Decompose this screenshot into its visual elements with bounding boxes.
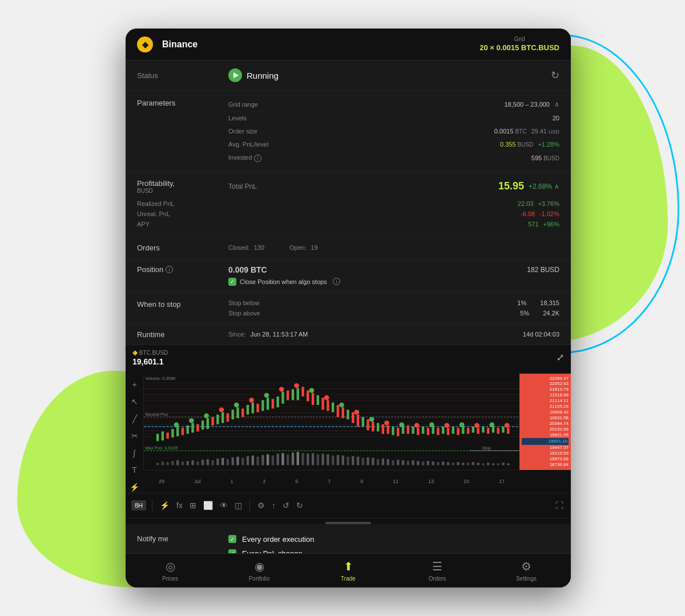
eye-icon[interactable]: 👁	[218, 499, 229, 512]
chevron-up-icon[interactable]: ∧	[554, 100, 559, 108]
text-tool-icon[interactable]: T	[130, 464, 139, 476]
fullscreen-icon[interactable]: ⛶	[554, 499, 565, 512]
svg-rect-43	[247, 404, 249, 414]
nav-trade[interactable]: ⬆ Trade	[304, 554, 393, 587]
stop-top: When to stop Stop below 1% 18,315 Stop a…	[137, 298, 559, 318]
crosshair-tool-icon[interactable]: +	[130, 378, 138, 391]
nav-orders[interactable]: ☰ Orders	[393, 554, 482, 587]
svg-rect-144	[281, 453, 284, 465]
chart-symbol: ◆ BTC.BUSD	[132, 348, 168, 356]
stop-rows: Stop below 1% 18,315 Stop above 5% 24.2K	[228, 298, 559, 318]
redo-icon[interactable]: ↻	[295, 499, 305, 512]
runtime-duration: 14d 02:04:03	[523, 331, 559, 338]
scrollbar-thumb[interactable]	[325, 522, 371, 524]
svg-rect-147	[297, 452, 299, 465]
curve-tool-icon[interactable]: ∫	[132, 447, 138, 459]
play-icon	[228, 68, 242, 82]
svg-rect-77	[417, 428, 419, 435]
svg-rect-73	[397, 428, 399, 436]
refresh-icon[interactable]: ↻	[551, 69, 559, 82]
nav-prices[interactable]: ◎ Prices	[126, 554, 215, 587]
parameters-section: Parameters Grid range 18,500 – 23,000 ∧ …	[126, 91, 571, 172]
svg-rect-51	[287, 390, 289, 400]
indicators-icon[interactable]: ⚡	[158, 499, 171, 512]
svg-rect-138	[252, 455, 254, 465]
crosshair-icon[interactable]: ⊞	[188, 499, 198, 512]
scissors-tool-icon[interactable]: ✂	[130, 429, 140, 442]
svg-rect-170	[412, 460, 414, 465]
line-tool-icon[interactable]: ╱	[131, 412, 139, 425]
svg-point-98	[204, 413, 209, 418]
main-content: Status Running ↻ Parameters Grid range 1…	[126, 60, 571, 553]
svg-rect-128	[202, 460, 204, 465]
svg-rect-26	[162, 431, 164, 440]
notify-order-execution-checkbox[interactable]: ✓	[228, 535, 236, 543]
svg-rect-125	[187, 461, 189, 465]
svg-rect-54	[301, 387, 304, 396]
svg-point-115	[460, 422, 465, 427]
svg-rect-93	[497, 428, 499, 434]
svg-rect-25	[156, 433, 159, 441]
svg-rect-58	[321, 398, 324, 410]
svg-rect-76	[412, 426, 414, 433]
svg-rect-134	[232, 457, 234, 465]
fx-icon[interactable]: fx	[175, 499, 184, 512]
svg-rect-30	[182, 428, 184, 435]
svg-rect-60	[332, 402, 334, 412]
svg-rect-34	[202, 420, 204, 429]
notify-section: Notify me ✓ Every order execution ✓ Ever…	[126, 524, 571, 554]
grid-value: 20 × 0.0015 BTC.BUSD	[480, 43, 559, 52]
measure-tool-icon[interactable]: ⚡	[128, 481, 141, 493]
svg-text:Neutral Pos: Neutral Pos	[145, 412, 168, 417]
notify-pnl-change-checkbox[interactable]: ✓	[228, 549, 236, 553]
chart-expand-icon[interactable]: ⤢	[557, 352, 564, 363]
cursor-tool-icon[interactable]: ↖	[130, 395, 140, 408]
realized-pnl-label: Realized PnL	[137, 200, 228, 207]
svg-rect-53	[297, 388, 299, 400]
svg-rect-172	[422, 461, 424, 465]
svg-rect-142	[272, 455, 274, 465]
svg-rect-174	[432, 461, 434, 465]
scroll-indicator	[126, 518, 571, 524]
layers-icon[interactable]: ◫	[233, 499, 244, 512]
grid-range-row: Grid range 18,500 – 23,000 ∧	[228, 98, 559, 112]
unreal-pnl-pct: -1.02%	[539, 210, 559, 217]
svg-rect-39	[227, 413, 229, 422]
close-position-checkbox[interactable]: ✓	[228, 278, 236, 286]
svg-text:Stop: Stop	[482, 445, 491, 451]
avg-pnl-pct: +1.28%	[538, 141, 559, 148]
nav-portfolio[interactable]: ◉ Portfolio	[215, 554, 304, 587]
chart-price: 19,601.1	[132, 357, 168, 366]
realized-pnl-row: Realized PnL 22.03 +3.76%	[137, 198, 559, 209]
settings-icon[interactable]: ⚙	[256, 499, 267, 512]
svg-rect-186	[492, 463, 494, 465]
avg-pnl-row: Avg. PnL/level 0.355 BUSD +1.28%	[228, 138, 559, 151]
svg-rect-185	[487, 463, 489, 465]
svg-point-112	[414, 423, 420, 427]
profitability-label: Profitability, BUSD	[137, 179, 228, 194]
share-icon[interactable]: ↑	[270, 499, 277, 512]
svg-rect-69	[377, 423, 379, 431]
nav-settings[interactable]: ⚙ Settings	[482, 554, 571, 587]
screenshot-icon[interactable]: ⬜	[202, 499, 215, 512]
undo-icon[interactable]: ↺	[281, 499, 291, 512]
svg-point-107	[339, 402, 344, 407]
pnl-header: Profitability, BUSD Total PnL 15.95 +2.6…	[137, 179, 559, 194]
portfolio-icon: ◉	[255, 560, 264, 573]
svg-rect-42	[241, 408, 244, 417]
svg-rect-145	[287, 454, 289, 465]
position-info-icon: i	[166, 266, 173, 273]
settings-nav-icon: ⚙	[521, 560, 531, 573]
apy-row: APY 571 +96%	[137, 219, 559, 229]
realized-pnl-pct: +3.76%	[538, 200, 559, 207]
timeframe-8h-button[interactable]: 8H	[131, 500, 146, 510]
stop-above-label: Stop above	[228, 310, 520, 317]
svg-rect-129	[207, 459, 209, 465]
svg-rect-92	[492, 426, 494, 432]
svg-text:Max Pos: 0.0165: Max Pos: 0.0165	[145, 445, 178, 451]
notify-label: Notify me	[137, 532, 228, 543]
status-running: Running	[228, 68, 551, 82]
runtime-since-label: Since:	[228, 331, 246, 338]
svg-point-104	[294, 383, 299, 387]
svg-rect-52	[292, 389, 294, 400]
